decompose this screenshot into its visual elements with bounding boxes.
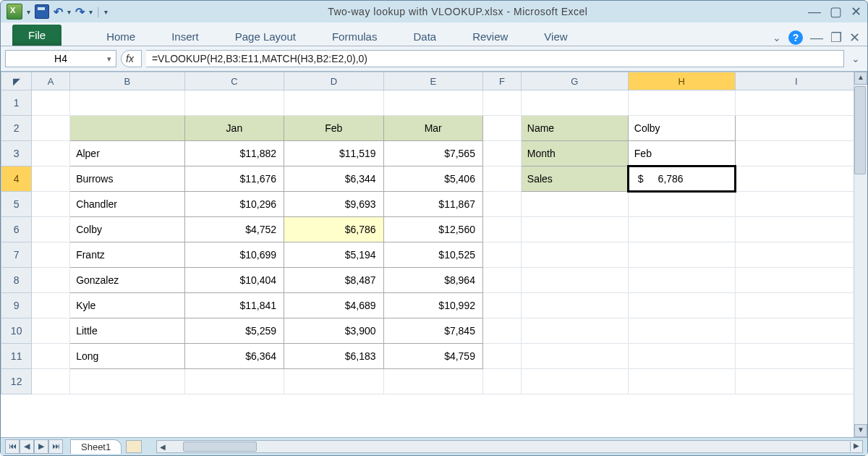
tab-view[interactable]: View [540, 28, 571, 46]
cell-G8[interactable] [521, 268, 628, 293]
cell-A3[interactable] [32, 141, 70, 166]
scroll-down-icon[interactable]: ▼ [854, 424, 867, 437]
spreadsheet[interactable]: ◤ A B C D E F G H I 1 2 [1, 72, 854, 394]
cell-D9[interactable]: $4,689 [284, 293, 383, 318]
cell-F3[interactable] [482, 141, 521, 166]
col-C[interactable]: C [184, 72, 284, 90]
cell-H8[interactable] [628, 268, 735, 293]
cell-H2[interactable]: Colby [628, 116, 735, 141]
cell-D11[interactable]: $6,183 [284, 344, 383, 369]
nav-prev-icon[interactable]: ◀ [20, 439, 34, 454]
row-7[interactable]: 7 [1, 242, 32, 268]
cell-A11[interactable] [32, 344, 70, 369]
nav-next-icon[interactable]: ▶ [34, 439, 48, 454]
cell-A9[interactable] [32, 293, 70, 318]
cell-G12[interactable] [521, 369, 628, 394]
horizontal-scrollbar[interactable]: ◀ ▶ [156, 440, 863, 453]
row-11[interactable]: 11 [1, 344, 32, 369]
help-icon[interactable]: ? [788, 30, 803, 45]
select-all-corner[interactable]: ◤ [1, 72, 32, 90]
undo-menu-icon[interactable]: ▾ [67, 8, 71, 16]
cell-E4[interactable]: $5,406 [383, 166, 482, 192]
name-box[interactable]: H4 [5, 50, 116, 67]
cell-I8[interactable] [735, 268, 854, 293]
hscroll-thumb[interactable] [183, 442, 257, 452]
col-F[interactable]: F [482, 72, 521, 90]
scroll-thumb[interactable] [854, 86, 866, 174]
cell-I1[interactable] [735, 90, 854, 116]
cell-I12[interactable] [735, 369, 854, 394]
cell-A2[interactable] [32, 116, 70, 141]
grid[interactable]: ◤ A B C D E F G H I 1 2 [1, 72, 854, 437]
cell-E10[interactable]: $7,845 [383, 318, 482, 344]
minimize-icon[interactable]: ― [808, 4, 821, 20]
tab-file[interactable]: File [12, 25, 61, 46]
cell-C5[interactable]: $10,296 [184, 192, 284, 217]
cell-D10[interactable]: $3,900 [284, 318, 383, 344]
cell-A12[interactable] [32, 369, 70, 394]
cell-H7[interactable] [628, 242, 735, 268]
cell-B2[interactable] [70, 116, 185, 141]
cell-H3[interactable]: Feb [628, 141, 735, 166]
tab-formulas[interactable]: Formulas [328, 28, 382, 46]
cell-F12[interactable] [482, 369, 521, 394]
redo-icon[interactable]: ↷ [75, 5, 85, 19]
col-B[interactable]: B [70, 72, 185, 90]
tab-review[interactable]: Review [468, 28, 512, 46]
cell-G2[interactable]: Name [521, 116, 628, 141]
cell-F1[interactable] [482, 90, 521, 116]
nav-last-icon[interactable]: ⏭ [48, 439, 63, 454]
column-headers[interactable]: ◤ A B C D E F G H I [1, 72, 854, 90]
cell-E12[interactable] [383, 369, 482, 394]
row-5[interactable]: 5 [1, 192, 32, 217]
cell-D5[interactable]: $9,693 [284, 192, 383, 217]
doc-minimize-icon[interactable]: ― [810, 30, 823, 46]
tab-home[interactable]: Home [102, 28, 140, 46]
col-A[interactable]: A [32, 72, 70, 90]
cell-C9[interactable]: $11,841 [184, 293, 284, 318]
excel-icon[interactable] [7, 4, 22, 20]
cell-E8[interactable]: $8,964 [383, 268, 482, 293]
row-12[interactable]: 12 [1, 369, 32, 394]
cell-G5[interactable] [521, 192, 628, 217]
cell-A1[interactable] [32, 90, 70, 116]
cell-H12[interactable] [628, 369, 735, 394]
cell-D4[interactable]: $6,344 [284, 166, 383, 192]
cell-H4-active[interactable]: $ 6,786 [628, 166, 735, 192]
cell-I5[interactable] [735, 192, 854, 217]
hscroll-right-icon[interactable]: ▶ [850, 442, 862, 452]
doc-restore-icon[interactable]: ❐ [830, 30, 842, 46]
row-2[interactable]: 2 [1, 116, 32, 141]
cell-B5[interactable]: Chandler [70, 192, 185, 217]
cell-G6[interactable] [521, 217, 628, 242]
ribbon-min-icon[interactable]: ⌄ [773, 32, 781, 43]
row-3[interactable]: 3 [1, 141, 32, 166]
cell-G9[interactable] [521, 293, 628, 318]
cell-F10[interactable] [482, 318, 521, 344]
cell-H5[interactable] [628, 192, 735, 217]
cell-F2[interactable] [482, 116, 521, 141]
cell-A7[interactable] [32, 242, 70, 268]
col-I[interactable]: I [735, 72, 854, 90]
cell-H11[interactable] [628, 344, 735, 369]
new-sheet-icon[interactable] [126, 440, 142, 453]
col-E[interactable]: E [383, 72, 482, 90]
cell-D1[interactable] [284, 90, 383, 116]
cell-I2[interactable] [735, 116, 854, 141]
cell-C8[interactable]: $10,404 [184, 268, 284, 293]
cell-A6[interactable] [32, 217, 70, 242]
scroll-up-icon[interactable]: ▲ [854, 72, 867, 85]
cell-C11[interactable]: $6,364 [184, 344, 284, 369]
cell-G10[interactable] [521, 318, 628, 344]
cell-A8[interactable] [32, 268, 70, 293]
cell-E5[interactable]: $11,867 [383, 192, 482, 217]
cell-H10[interactable] [628, 318, 735, 344]
cell-B10[interactable]: Little [70, 318, 185, 344]
cell-F7[interactable] [482, 242, 521, 268]
cell-I4[interactable] [735, 166, 854, 192]
col-D[interactable]: D [284, 72, 383, 90]
cell-G4[interactable]: Sales [521, 166, 628, 192]
cell-F11[interactable] [482, 344, 521, 369]
sheet-nav[interactable]: ⏮ ◀ ▶ ⏭ [5, 439, 63, 454]
formula-expand-icon[interactable]: ⌄ [848, 53, 863, 64]
